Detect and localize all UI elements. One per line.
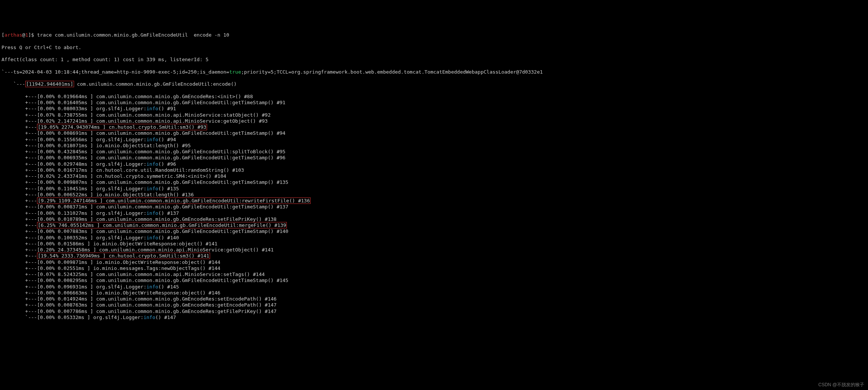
trace-row: +---[0.00% 0.018071ms ] io.minio.ObjectS… [2, 143, 866, 149]
root-timing-highlight: [11942.946401ms] [25, 81, 74, 87]
trace-row: +---[0.00% 0.01586ms ] io.minio.ObjectWr… [2, 241, 866, 247]
logger-info-method: info [147, 284, 158, 290]
trace-row: +---[0.02% 2.147241ms ] com.unilumin.com… [2, 118, 866, 124]
trace-row: +---[19.05% 2274.943074ms ] cn.hutool.cr… [2, 124, 866, 130]
timing-highlight: [6.25% 746.055142ms ] com.unilumin.commo… [37, 222, 287, 228]
trace-row: +---[0.00% 0.006935ms ] com.unilumin.com… [2, 155, 866, 161]
timing-highlight: [19.05% 2274.943074ms ] cn.hutool.crypto… [37, 124, 207, 130]
trace-row: +---[0.02% 2.433741ms ] cn.hutool.crypto… [2, 173, 866, 179]
trace-rows: +---[0.00% 0.019664ms ] com.unilumin.com… [2, 94, 866, 321]
daemon-true: true [229, 69, 241, 75]
trace-row: +---[0.07% 8.524325ms ] com.unilumin.com… [2, 271, 866, 277]
logger-info-method: info [147, 106, 158, 111]
trace-row: +---[0.00% 0.155656ms ] org.slf4j.Logger… [2, 137, 866, 143]
abort-hint: Press Q or Ctrl+C to abort. [2, 45, 866, 51]
prompt-host: 1 [25, 32, 28, 38]
logger-info-method: info [147, 186, 158, 191]
timing-highlight: [19.54% 2333.736949ms ] cn.hutool.crypto… [37, 253, 210, 259]
trace-row: +---[6.25% 746.055142ms ] com.unilumin.c… [2, 222, 866, 228]
logger-info-method: info [147, 235, 158, 240]
trace-row: +---[0.00% 0.009807ms ] com.unilumin.com… [2, 179, 866, 185]
trace-row: +---[0.00% 0.007883ms ] com.unilumin.com… [2, 228, 866, 234]
affect-line: Affect(class count: 1 , method count: 1)… [2, 57, 866, 63]
trace-row: +---[0.00% 0.008295ms ] com.unilumin.com… [2, 277, 866, 284]
trace-row: +---[0.00% 0.007786ms ] com.unilumin.com… [2, 308, 866, 314]
trace-row: +---[0.00% 0.009871ms ] io.minio.ObjectW… [2, 259, 866, 265]
trace-row: +---[0.00% 0.080033ms ] org.slf4j.Logger… [2, 106, 866, 112]
logger-info-method: info [144, 314, 155, 320]
prompt-user: arthas [5, 32, 22, 38]
trace-row: +---[0.00% 0.019664ms ] com.unilumin.com… [2, 94, 866, 100]
trace-row: +---[9.29% 1109.247146ms ] com.unilumin.… [2, 198, 866, 204]
terminal-output: [arthas@1]$ trace com.unilumin.common.mi… [2, 26, 866, 327]
trace-row: +---[0.00% 0.016717ms ] cn.hutool.core.u… [2, 167, 866, 173]
trace-row: +---[0.00% 0.096931ms ] org.slf4j.Logger… [2, 284, 866, 290]
trace-row: +---[0.00% 0.006522ms ] io.minio.ObjectS… [2, 192, 866, 198]
trace-row: +---[0.00% 0.008371ms ] com.unilumin.com… [2, 204, 866, 210]
trace-row: +---[0.00% 0.029748ms ] org.slf4j.Logger… [2, 161, 866, 167]
trace-row: +---[0.00% 0.131027ms ] org.slf4j.Logger… [2, 210, 866, 216]
trace-row: +---[0.00% 0.432845ms ] com.unilumin.com… [2, 149, 866, 155]
trace-row: +---[0.07% 8.738755ms ] com.unilumin.com… [2, 112, 866, 118]
trace-row: +---[0.00% 0.02551ms ] io.minio.messages… [2, 265, 866, 271]
trace-row: +---[0.00% 0.008691ms ] com.unilumin.com… [2, 130, 866, 136]
command-text: trace com.unilumin.common.minio.gb.GmFil… [37, 32, 229, 38]
logger-info-method: info [147, 161, 158, 167]
ts-line: `---ts=2024-04-03 10:18:44;thread_name=h… [2, 69, 866, 75]
trace-row: +---[0.00% 0.110451ms ] org.slf4j.Logger… [2, 186, 866, 192]
trace-root: `---[11942.946401ms] com.unilumin.common… [2, 81, 866, 87]
trace-row: +---[0.00% 0.010789ms ] com.unilumin.com… [2, 216, 866, 222]
trace-row: +---[0.00% 0.014924ms ] com.unilumin.com… [2, 296, 866, 302]
trace-row: +---[0.00% 0.100352ms ] org.slf4j.Logger… [2, 235, 866, 241]
trace-row: +---[0.00% 0.016405ms ] com.unilumin.com… [2, 100, 866, 106]
trace-row: +---[19.54% 2333.736949ms ] cn.hutool.cr… [2, 253, 866, 259]
timing-highlight: [9.29% 1109.247146ms ] com.unilumin.comm… [37, 197, 311, 204]
prompt-line: [arthas@1]$ trace com.unilumin.common.mi… [2, 32, 866, 38]
trace-row: +---[0.00% 0.008763ms ] com.unilumin.com… [2, 302, 866, 308]
trace-row: +---[0.00% 0.006663ms ] io.minio.ObjectW… [2, 290, 866, 296]
logger-info-method: info [147, 137, 158, 142]
trace-row: `---[0.00% 0.05332ms ] org.slf4j.Logger:… [2, 314, 866, 321]
logger-info-method: info [147, 210, 158, 216]
trace-row: +---[0.20% 24.373458ms ] com.unilumin.co… [2, 247, 866, 253]
